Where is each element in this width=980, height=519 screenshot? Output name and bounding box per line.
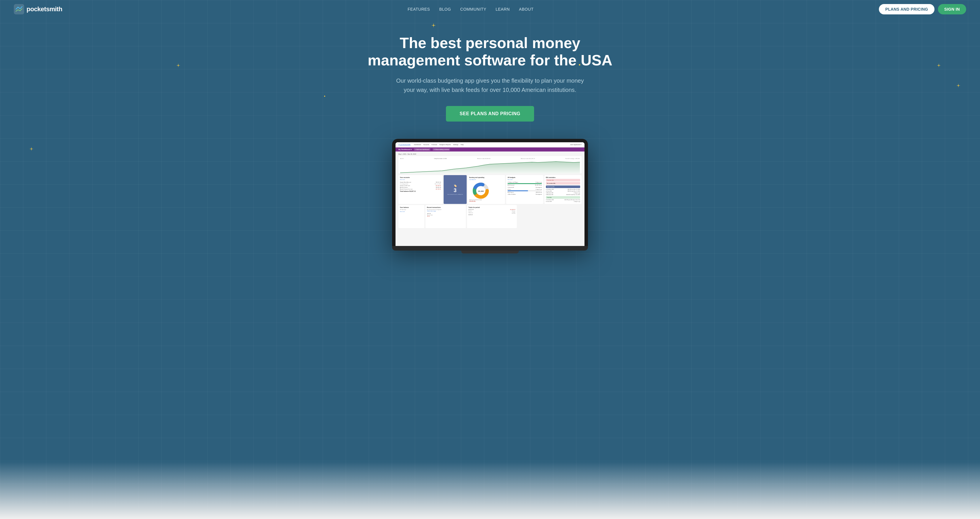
nav-community[interactable]: COMMUNITY [460, 7, 487, 11]
cta-button[interactable]: SEE PLANS AND PRICING [446, 106, 535, 121]
plans-pricing-button[interactable]: PLANS AND PRICING [879, 4, 934, 14]
totals-card: Totals for period $2,975.90-$2,448.22 In… [467, 205, 517, 228]
nav-actions: PLANS AND PRICING SIGN IN [879, 4, 966, 14]
sparkle-cta-l [323, 95, 326, 97]
balance-card: Your balance 30 days ago See more [398, 205, 424, 228]
earning-card: Earning and spending Last Month ▾ -$1,26… [468, 175, 505, 204]
nav-features[interactable]: FEATURES [407, 7, 430, 11]
sparkle-tr [956, 84, 961, 88]
dash-chart: $3,575 Today November 4, 2021 Minimum va… [398, 156, 582, 174]
svg-text:-$1,263: -$1,263 [478, 190, 484, 192]
sparkle-top [431, 23, 436, 28]
logo-text: pocketsmith [27, 5, 62, 13]
navigation: pocketsmith FEATURES BLOG COMMUNITY LEAR… [0, 0, 980, 18]
svg-rect-0 [14, 4, 24, 14]
budgets-card: All budgets See more ✦ Salary and Wages0… [506, 175, 543, 204]
hero-heading: The best personal money management softw… [366, 35, 614, 69]
sparkle-right [937, 64, 941, 67]
hero-subtext: Our world-class budgeting app gives you … [392, 76, 588, 94]
nav-links: FEATURES BLOG COMMUNITY LEARN ABOUT [407, 7, 533, 11]
signin-button[interactable]: SIGN IN [938, 4, 966, 14]
svg-point-2 [324, 96, 325, 97]
hero-section: The best personal money management softw… [0, 0, 980, 519]
nav-learn[interactable]: LEARN [495, 7, 509, 11]
dashboard-preview: ⬡ pocketsmith Dashboard Accounts Forecas… [396, 142, 584, 246]
recent-transactions-card: Recent transactions No saved search conf… [425, 205, 466, 228]
logo[interactable]: pocketsmith [14, 4, 62, 14]
sparkle-left [176, 64, 180, 67]
dash-logo: ⬡ pocketsmith [398, 144, 410, 146]
sparkle-bl [29, 147, 33, 151]
laptop-mockup: ⬡ pocketsmith Dashboard Accounts Forecas… [392, 139, 588, 253]
nav-blog[interactable]: BLOG [439, 7, 451, 11]
transactions-card: 🏷️ 3 new transactions to categorize [444, 175, 467, 204]
bills-card: Bill reminders Overdue bills No overdue … [544, 175, 582, 204]
nav-about[interactable]: ABOUT [519, 7, 534, 11]
hero-fade [0, 462, 980, 519]
accounts-card: Your accounts See more Sample Bank Accou… [398, 175, 442, 204]
